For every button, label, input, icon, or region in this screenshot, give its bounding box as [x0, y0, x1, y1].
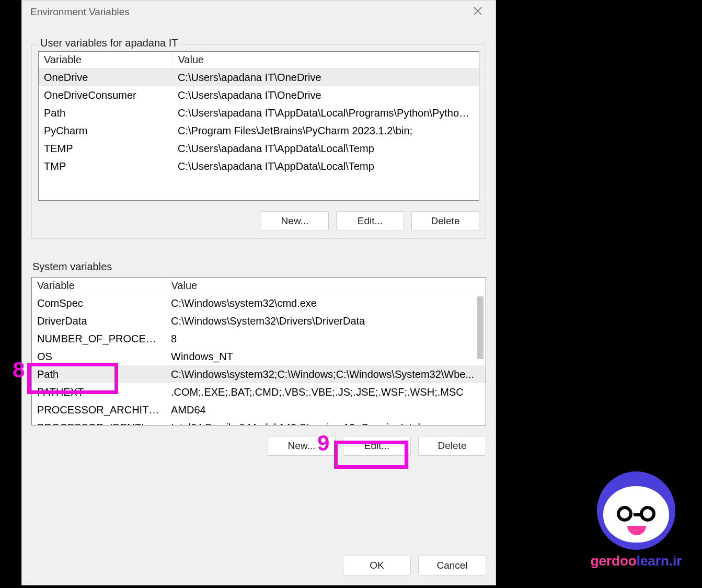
user-col-variable[interactable]: Variable: [39, 52, 172, 68]
user-variables-table-wrap: Variable Value OneDriveC:\Users\apadana …: [38, 51, 479, 201]
system-buttons-row: New... Edit... Delete: [31, 436, 486, 456]
user-new-button[interactable]: New...: [261, 211, 329, 231]
system-variables-label: System variables: [31, 261, 486, 273]
watermark-logo: gerdoolearn.ir: [579, 471, 694, 569]
var-value-cell: C:\Users\apadana IT\AppData\Local\Progra…: [172, 104, 479, 122]
var-value-cell: 8: [166, 330, 486, 348]
system-scrollbar[interactable]: [476, 296, 485, 424]
dialog-content: User variables for apadana IT Variable V…: [22, 24, 496, 585]
environment-variables-dialog: Environment Variables User variables for…: [21, 0, 496, 585]
system-new-button[interactable]: New...: [268, 436, 336, 456]
system-var-row[interactable]: PROCESSOR_ARCHITECTUREAMD64: [32, 401, 486, 419]
var-value-cell: C:\Users\apadana IT\OneDrive: [172, 68, 479, 87]
var-name-cell: OneDrive: [39, 68, 172, 87]
system-var-row[interactable]: PROCESSOR_IDENTIFIERIntel64 Family 6 Mod…: [32, 419, 486, 425]
var-value-cell: Intel64 Family 6 Model 142 Stepping 12, …: [166, 419, 486, 425]
watermark-text: gerdoolearn.ir: [579, 553, 694, 569]
user-edit-button[interactable]: Edit...: [336, 211, 404, 231]
user-buttons-row: New... Edit... Delete: [38, 211, 479, 231]
system-var-row[interactable]: NUMBER_OF_PROCESSORS8: [32, 330, 486, 348]
var-name-cell: PROCESSOR_ARCHITECTURE: [32, 401, 166, 419]
user-variables-group: User variables for apadana IT Variable V…: [31, 44, 486, 239]
var-value-cell: AMD64: [166, 401, 486, 419]
user-col-value[interactable]: Value: [172, 52, 479, 68]
user-variables-legend: User variables for apadana IT: [37, 37, 181, 49]
var-name-cell: PATHEXT: [32, 383, 166, 401]
var-value-cell: .COM;.EXE;.BAT;.CMD;.VBS;.VBE;.JS;.JSE;.…: [166, 383, 486, 401]
var-name-cell: OS: [32, 348, 166, 365]
var-name-cell: Path: [39, 104, 172, 122]
user-variables-table[interactable]: Variable Value OneDriveC:\Users\apadana …: [39, 52, 479, 175]
system-var-row[interactable]: PathC:\Windows\system32;C:\Windows;C:\Wi…: [32, 365, 486, 383]
user-var-row[interactable]: TEMPC:\Users\apadana IT\AppData\Local\Te…: [39, 140, 479, 157]
var-value-cell: C:\Users\apadana IT\OneDrive: [172, 86, 479, 104]
system-var-row[interactable]: ComSpecC:\Windows\system32\cmd.exe: [32, 294, 486, 313]
system-col-variable[interactable]: Variable: [32, 278, 166, 294]
var-name-cell: PyCharm: [39, 122, 172, 140]
var-value-cell: C:\Program Files\JetBrains\PyCharm 2023.…: [172, 122, 479, 140]
titlebar: Environment Variables: [22, 1, 496, 24]
system-var-row[interactable]: OSWindows_NT: [32, 348, 486, 365]
var-value-cell: C:\Windows\system32\cmd.exe: [166, 294, 486, 313]
var-value-cell: Windows_NT: [166, 348, 486, 365]
system-var-row[interactable]: DriverDataC:\Windows\System32\Drivers\Dr…: [32, 312, 486, 330]
var-name-cell: DriverData: [32, 312, 166, 330]
system-variables-table-wrap: Variable Value ComSpecC:\Windows\system3…: [31, 277, 486, 425]
system-variables-table[interactable]: Variable Value ComSpecC:\Windows\system3…: [32, 278, 486, 425]
cancel-button[interactable]: Cancel: [418, 556, 486, 575]
system-var-row[interactable]: PATHEXT.COM;.EXE;.BAT;.CMD;.VBS;.VBE;.JS…: [32, 383, 486, 401]
var-name-cell: OneDriveConsumer: [39, 86, 172, 104]
var-name-cell: TMP: [39, 157, 172, 175]
ok-button[interactable]: OK: [343, 556, 411, 575]
var-value-cell: C:\Windows\System32\Drivers\DriverData: [166, 312, 486, 330]
system-delete-button[interactable]: Delete: [418, 436, 486, 456]
dialog-title: Environment Variables: [30, 6, 130, 18]
system-edit-button[interactable]: Edit...: [343, 436, 411, 456]
var-value-cell: C:\Users\apadana IT\AppData\Local\Temp: [172, 140, 479, 157]
user-delete-button[interactable]: Delete: [411, 211, 479, 231]
var-name-cell: Path: [32, 365, 166, 383]
var-value-cell: C:\Windows\system32;C:\Windows;C:\Window…: [166, 365, 486, 383]
close-icon: [474, 6, 482, 18]
close-button[interactable]: [467, 2, 488, 22]
system-col-value[interactable]: Value: [166, 278, 486, 294]
dialog-bottom-row: OK Cancel: [31, 543, 486, 575]
var-name-cell: ComSpec: [32, 294, 166, 313]
user-var-row[interactable]: TMPC:\Users\apadana IT\AppData\Local\Tem…: [39, 157, 479, 175]
var-name-cell: PROCESSOR_IDENTIFIER: [32, 419, 166, 425]
user-var-row[interactable]: OneDriveC:\Users\apadana IT\OneDrive: [39, 68, 479, 87]
user-var-row[interactable]: OneDriveConsumerC:\Users\apadana IT\OneD…: [39, 86, 479, 104]
user-var-row[interactable]: PyCharmC:\Program Files\JetBrains\PyChar…: [39, 122, 479, 140]
user-var-row[interactable]: PathC:\Users\apadana IT\AppData\Local\Pr…: [39, 104, 479, 122]
logo-face-icon: [597, 471, 675, 550]
var-name-cell: NUMBER_OF_PROCESSORS: [32, 330, 166, 348]
var-name-cell: TEMP: [39, 140, 172, 157]
scrollbar-thumb[interactable]: [477, 296, 484, 359]
var-value-cell: C:\Users\apadana IT\AppData\Local\Temp: [172, 157, 479, 175]
